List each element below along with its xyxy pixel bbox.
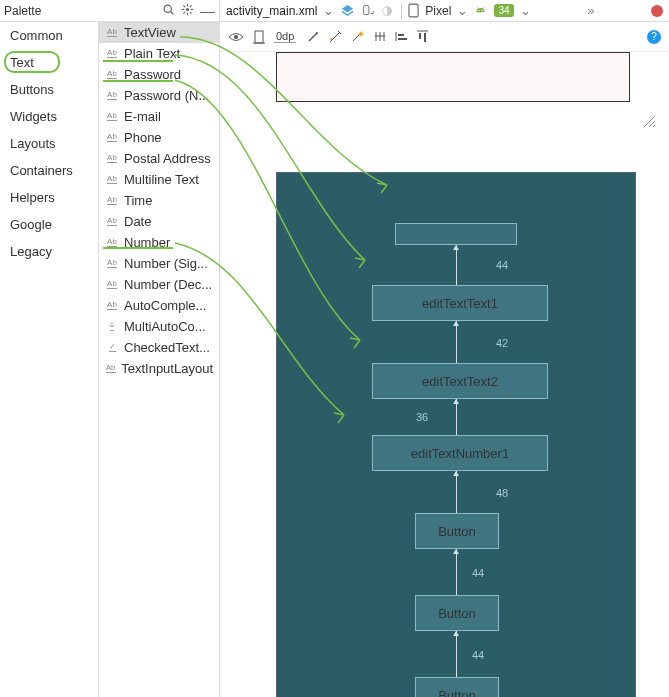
cat-label: Legacy xyxy=(10,244,52,259)
widget-textview[interactable] xyxy=(395,223,517,245)
orientation-icon[interactable] xyxy=(361,4,375,18)
category-helpers[interactable]: Helpers xyxy=(0,184,98,211)
more-icon[interactable]: » xyxy=(587,3,594,18)
text-icon: Ab xyxy=(105,27,119,39)
design-surface: 0dp ? editTextText1 editTextText xyxy=(220,22,669,697)
svg-point-26 xyxy=(330,38,332,40)
pack-icon[interactable] xyxy=(416,30,429,43)
clear-icon[interactable] xyxy=(328,30,342,44)
widget-label: editTextNumber1 xyxy=(411,446,509,461)
svg-line-10 xyxy=(190,5,192,7)
palette-number[interactable]: AbNumber xyxy=(99,232,219,253)
svg-rect-33 xyxy=(398,34,404,36)
constraint-label: 44 xyxy=(472,567,484,579)
svg-line-1 xyxy=(171,11,174,14)
separator xyxy=(401,3,402,19)
cat-label: Text xyxy=(10,55,34,70)
text-icon: Ab xyxy=(105,300,119,312)
dp-value[interactable]: 0dp xyxy=(274,30,296,43)
widget-button2[interactable]: Button xyxy=(415,595,499,631)
text-icon: Ab xyxy=(105,69,119,81)
file-tab[interactable]: activity_main.xml xyxy=(226,4,317,18)
category-common[interactable]: Common xyxy=(0,22,98,49)
palette-postal[interactable]: AbPostal Address xyxy=(99,148,219,169)
cat-label: Helpers xyxy=(10,190,55,205)
chevron-down-icon[interactable]: ⌄ xyxy=(323,3,334,18)
svg-rect-20 xyxy=(255,31,263,43)
layers-icon[interactable] xyxy=(340,3,355,18)
svg-point-15 xyxy=(479,10,480,11)
category-layouts[interactable]: Layouts xyxy=(0,130,98,157)
palette-password-num[interactable]: AbPassword (N... xyxy=(99,85,219,106)
palette-email[interactable]: AbE-mail xyxy=(99,106,219,127)
category-containers[interactable]: Containers xyxy=(0,157,98,184)
constraint-label: 36 xyxy=(416,411,428,423)
chevron-down-icon[interactable]: ⌄ xyxy=(457,3,468,18)
palette-label: Multiline Text xyxy=(124,172,199,187)
category-google[interactable]: Google xyxy=(0,211,98,238)
svg-point-0 xyxy=(164,5,171,12)
device-name[interactable]: Pixel xyxy=(425,4,451,18)
error-icon[interactable] xyxy=(651,5,663,17)
palette-number-sig[interactable]: AbNumber (Sig... xyxy=(99,253,219,274)
palette-checkedtext[interactable]: ✓CheckedText... xyxy=(99,337,219,358)
guideline-icon[interactable] xyxy=(374,30,387,43)
align-icon[interactable] xyxy=(395,30,408,43)
category-text[interactable]: Text xyxy=(0,49,98,76)
palette-textview[interactable]: AbTextView xyxy=(99,22,219,43)
svg-rect-37 xyxy=(424,33,426,42)
nightmode-icon[interactable] xyxy=(381,4,395,18)
eye-icon[interactable] xyxy=(228,30,244,44)
palette-time[interactable]: AbTime xyxy=(99,190,219,211)
svg-line-24 xyxy=(330,32,340,42)
minimize-icon[interactable]: — xyxy=(200,2,215,19)
category-buttons[interactable]: Buttons xyxy=(0,76,98,103)
palette-phone[interactable]: AbPhone xyxy=(99,127,219,148)
palette-multiline[interactable]: AbMultiline Text xyxy=(99,169,219,190)
top-header: Palette — activity_main.xml ⌄ Pixel ⌄ 34… xyxy=(0,0,669,22)
help-icon[interactable]: ? xyxy=(647,30,661,44)
svg-line-8 xyxy=(190,11,192,13)
category-legacy[interactable]: Legacy xyxy=(0,238,98,265)
wand-icon[interactable] xyxy=(306,30,320,44)
constraint-label: 42 xyxy=(496,337,508,349)
resize-handle-icon[interactable] xyxy=(640,112,656,131)
palette-label: Time xyxy=(124,193,152,208)
palette-date[interactable]: AbDate xyxy=(99,211,219,232)
palette-autocomplete[interactable]: AbAutoComple... xyxy=(99,295,219,316)
text-icon: ✓ xyxy=(105,342,119,354)
palette-label: TextView xyxy=(124,25,176,40)
widget-edittext3[interactable]: editTextNumber1 xyxy=(372,435,548,471)
text-icon: Ab xyxy=(105,48,119,60)
widget-button1[interactable]: Button xyxy=(415,513,499,549)
text-icon: Ab xyxy=(105,153,119,165)
text-icon: Ab xyxy=(105,132,119,144)
gear-icon[interactable] xyxy=(181,3,194,19)
widget-edittext2[interactable]: editTextText2 xyxy=(372,363,548,399)
annotation-underline xyxy=(103,247,173,249)
svg-line-22 xyxy=(309,33,317,41)
palette-textinputlayout[interactable]: AbTextInputLayout xyxy=(99,358,219,379)
palette-list: AbTextView AbPlain Text AbPassword AbPas… xyxy=(99,22,220,697)
palette-multiautocomplete[interactable]: ≡MultiAutoCo... xyxy=(99,316,219,337)
palette-label: Date xyxy=(124,214,151,229)
palette-label: TextInputLayout xyxy=(121,361,213,376)
category-widgets[interactable]: Widgets xyxy=(0,103,98,130)
widget-label: editTextText2 xyxy=(422,374,498,389)
widget-button3[interactable]: Button xyxy=(415,677,499,697)
viewport-icon[interactable] xyxy=(252,30,266,44)
api-level[interactable]: 34 xyxy=(494,4,513,17)
design-preview-box[interactable] xyxy=(276,52,630,102)
device-icon[interactable] xyxy=(408,3,419,18)
magic-icon[interactable] xyxy=(350,30,364,44)
search-icon[interactable] xyxy=(162,3,175,19)
svg-rect-34 xyxy=(398,38,407,40)
widget-label: Button xyxy=(438,606,476,621)
blueprint-device[interactable]: editTextText1 editTextText2 editTextNumb… xyxy=(276,172,636,697)
cat-label: Containers xyxy=(10,163,73,178)
widget-edittext1[interactable]: editTextText1 xyxy=(372,285,548,321)
android-icon xyxy=(474,4,487,17)
chevron-down-icon[interactable]: ⌄ xyxy=(520,3,531,18)
stage: editTextText1 editTextText2 editTextNumb… xyxy=(220,52,669,697)
palette-number-dec[interactable]: AbNumber (Dec... xyxy=(99,274,219,295)
